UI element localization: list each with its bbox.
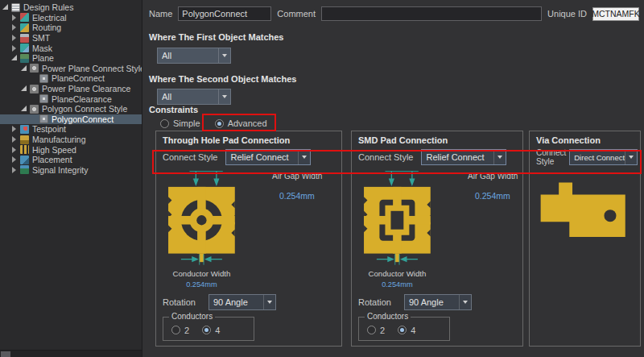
smd-connect-style-dropdown[interactable]: Relief Connect bbox=[421, 149, 506, 165]
expand-icon[interactable] bbox=[10, 135, 19, 143]
th-conductors-4-radio[interactable]: 4 bbox=[202, 326, 220, 335]
signal-integrity-icon bbox=[20, 165, 29, 174]
th-rotation-dropdown[interactable]: 90 Angle bbox=[208, 294, 276, 310]
constraints-title: Constraints bbox=[149, 105, 198, 114]
via-connection-group: Via Connection Connect Style Direct Conn… bbox=[529, 131, 641, 347]
electrical-icon bbox=[20, 13, 29, 22]
rule-type-icon bbox=[30, 64, 39, 73]
horizontal-scrollbar[interactable] bbox=[0, 350, 142, 357]
chevron-down-icon bbox=[298, 150, 310, 164]
th-connect-style-dropdown[interactable]: Relief Connect bbox=[225, 149, 311, 165]
tree-label: High Speed bbox=[32, 145, 76, 155]
via-connect-style-row: Connect Style Direct Connect bbox=[536, 149, 634, 165]
via-connect-style-dropdown[interactable]: Direct Connect bbox=[569, 149, 638, 165]
conductors-label: Conductors bbox=[169, 312, 215, 321]
scrollbar-thumb[interactable] bbox=[1, 351, 10, 357]
tree-item-manufacturing[interactable]: Manufacturing bbox=[0, 135, 142, 145]
rule-icon bbox=[39, 74, 48, 83]
tree-item-design-rules[interactable]: Design Rules bbox=[0, 2, 142, 13]
tree-item-polygonconnect-selected[interactable]: PolygonConnect bbox=[0, 114, 142, 125]
tree-label: SMT bbox=[32, 33, 50, 43]
tree-label: PolygonConnect bbox=[52, 114, 114, 124]
conductor-width-value: 0.254mm bbox=[382, 280, 413, 289]
th-preview-figure: Conductor Width 0.254mm Air Gap Width 0.… bbox=[163, 168, 335, 293]
first-match-title: Where The First Object Matches bbox=[149, 32, 283, 42]
expand-icon[interactable] bbox=[10, 54, 19, 62]
expand-icon[interactable] bbox=[10, 156, 19, 164]
rule-icon bbox=[39, 114, 48, 123]
expand-icon[interactable] bbox=[2, 3, 10, 11]
tree-item-planeclearance[interactable]: PlaneClearance bbox=[0, 93, 142, 104]
expand-icon[interactable] bbox=[10, 34, 19, 42]
tree-label: Mask bbox=[32, 44, 52, 53]
comment-label: Comment bbox=[277, 9, 316, 19]
tree-item-polygon-connect-style[interactable]: Polygon Connect Style bbox=[0, 104, 142, 114]
tree-label: Signal Integrity bbox=[32, 165, 88, 175]
expand-icon[interactable] bbox=[10, 125, 19, 133]
comment-input[interactable] bbox=[321, 6, 542, 21]
design-rules-icon bbox=[11, 3, 20, 12]
smd-conductors-4-radio[interactable]: 4 bbox=[398, 326, 415, 335]
tree-item-power-plane-clearance[interactable]: Power Plane Clearance bbox=[0, 84, 142, 94]
tree-item-routing[interactable]: Routing bbox=[0, 23, 142, 33]
tree-item-electrical[interactable]: Electrical bbox=[0, 13, 142, 23]
tree-item-signal-integrity[interactable]: Signal Integrity bbox=[0, 165, 142, 176]
plane-icon bbox=[20, 54, 29, 63]
tree-item-planeconnect[interactable]: PlaneConnect bbox=[0, 73, 142, 84]
rule-type-icon bbox=[30, 85, 39, 93]
radio-checked-icon bbox=[202, 326, 211, 334]
chevron-down-icon bbox=[625, 150, 637, 164]
tree-label: Routing bbox=[32, 23, 61, 32]
radio-checked-icon bbox=[398, 326, 407, 334]
name-label: Name bbox=[149, 9, 172, 19]
advanced-radio[interactable]: Advanced bbox=[215, 118, 267, 128]
second-match-title: Where The Second Object Matches bbox=[149, 74, 296, 84]
expand-icon[interactable] bbox=[10, 166, 19, 174]
rule-icon bbox=[39, 94, 48, 103]
conductor-width-value: 0.254mm bbox=[186, 280, 217, 289]
mask-icon bbox=[20, 44, 29, 52]
radio-icon bbox=[160, 119, 169, 128]
smd-pad-connection-group: SMD Pad Connection Connect Style Relief … bbox=[351, 131, 523, 347]
tree-item-placement[interactable]: Placement bbox=[0, 155, 142, 165]
th-conductors-group: Conductors 2 4 bbox=[163, 317, 254, 341]
tree-label: Power Plane Connect Style bbox=[42, 64, 142, 73]
radio-checked-icon bbox=[215, 119, 224, 128]
first-match-dropdown[interactable]: All bbox=[157, 48, 231, 64]
pcb-rules-editor: Design Rules Electrical Routing SMT Mask… bbox=[0, 0, 644, 357]
routing-icon bbox=[20, 23, 29, 32]
spacer bbox=[30, 95, 38, 103]
smt-icon bbox=[20, 34, 29, 43]
chevron-down-icon bbox=[218, 89, 230, 104]
tree-item-smt[interactable]: SMT bbox=[0, 33, 142, 44]
expand-icon[interactable] bbox=[20, 105, 28, 113]
air-gap-annotation: Air Gap Width 0.254mm bbox=[272, 172, 335, 201]
group-title: Through Hole Pad Connection bbox=[163, 135, 335, 145]
smd-conductors-2-radio[interactable]: 2 bbox=[367, 326, 385, 335]
expand-icon[interactable] bbox=[10, 44, 19, 52]
tree-item-testpoint[interactable]: Testpoint bbox=[0, 124, 142, 135]
high-speed-icon bbox=[20, 145, 29, 154]
tree-item-mask[interactable]: Mask bbox=[0, 43, 142, 53]
name-input[interactable] bbox=[178, 6, 271, 21]
smd-rotation-dropdown[interactable]: 90 Angle bbox=[404, 294, 472, 310]
smd-connect-style-row: Connect Style Relief Connect bbox=[358, 149, 516, 165]
spacer bbox=[30, 74, 38, 82]
expand-icon[interactable] bbox=[20, 64, 28, 73]
simple-radio[interactable]: Simple bbox=[160, 118, 200, 128]
tree-label: PlaneConnect bbox=[52, 73, 105, 83]
via-preview-figure bbox=[536, 175, 634, 244]
tree-label: Plane bbox=[32, 53, 54, 63]
th-conductors-2-radio[interactable]: 2 bbox=[171, 326, 189, 335]
expand-icon[interactable] bbox=[10, 14, 19, 22]
tree-label: Polygon Connect Style bbox=[42, 104, 127, 114]
unique-id-value[interactable]: MCTNAMFK bbox=[592, 7, 639, 21]
tree-item-plane[interactable]: Plane bbox=[0, 53, 142, 64]
expand-icon[interactable] bbox=[10, 23, 19, 31]
expand-icon[interactable] bbox=[10, 146, 19, 154]
chevron-down-icon bbox=[459, 295, 471, 309]
tree-item-high-speed[interactable]: High Speed bbox=[0, 144, 142, 155]
second-match-dropdown[interactable]: All bbox=[157, 89, 231, 105]
expand-icon[interactable] bbox=[20, 85, 28, 93]
tree-item-power-plane-connect-style[interactable]: Power Plane Connect Style bbox=[0, 64, 142, 74]
